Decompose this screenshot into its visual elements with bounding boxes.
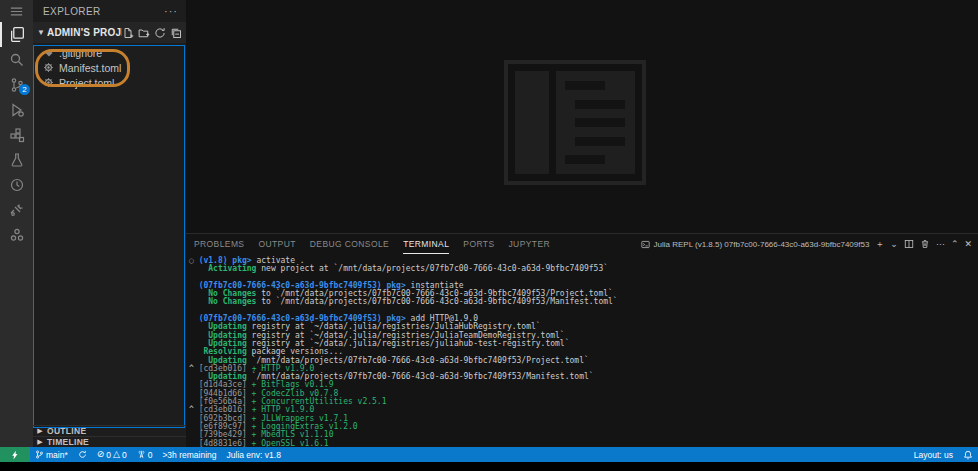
tab-ports[interactable]: PORTS	[463, 234, 494, 254]
refresh-icon[interactable]	[154, 27, 166, 39]
bottom-panel: PROBLEMS OUTPUT DEBUG CONSOLE TERMINAL P…	[186, 233, 978, 447]
watermark-right-panel	[556, 71, 635, 174]
explorer-icon[interactable]	[0, 22, 33, 47]
panel-header: PROBLEMS OUTPUT DEBUG CONSOLE TERMINAL P…	[186, 234, 978, 254]
terminal-output[interactable]: ○ (v1.8) pkg> activate . Activating new …	[186, 254, 978, 447]
time-remaining-status[interactable]: >3h remaining	[157, 450, 221, 460]
radio-tower-icon	[137, 450, 146, 459]
extensions-icon[interactable]	[0, 122, 33, 147]
tab-output[interactable]: OUTPUT	[258, 234, 295, 254]
collapse-all-icon[interactable]	[170, 27, 182, 39]
error-icon: ⊘	[97, 450, 105, 459]
remote-indicator[interactable]	[0, 447, 30, 462]
problems-status[interactable]: ⊘ 0 △ 0	[92, 450, 132, 460]
explorer-focus-border	[33, 45, 185, 428]
chevron-down-icon: ▼	[35, 28, 47, 37]
close-panel-icon[interactable]: ✕	[964, 240, 972, 249]
toml-gear-icon	[43, 62, 54, 73]
editor-area	[186, 0, 978, 233]
project-section-label: ADMIN'S PROJECT 20	[47, 27, 122, 38]
sync-icon	[78, 450, 87, 459]
tab-jupyter[interactable]: JUPYTER	[508, 234, 550, 254]
new-file-icon[interactable]	[122, 27, 134, 39]
julia-env-status[interactable]: Julia env: v1.8	[222, 450, 286, 460]
file-name: Project.toml	[59, 77, 114, 89]
explorer-title: EXPLORER	[43, 6, 101, 17]
lightning-icon	[10, 450, 20, 460]
source-control-icon[interactable]: 2	[0, 72, 33, 97]
file-row-gitignore[interactable]: .gitignore	[33, 45, 186, 60]
warning-icon: △	[113, 450, 120, 459]
file-row-manifest[interactable]: Manifest.toml	[33, 60, 186, 75]
more-actions-icon[interactable]: ···	[936, 240, 945, 249]
search-icon[interactable]	[0, 47, 33, 72]
chevron-right-icon: ▶	[35, 427, 45, 435]
git-branch-icon	[35, 450, 44, 459]
new-folder-icon[interactable]	[138, 27, 150, 39]
bell-icon	[963, 450, 973, 460]
terminal-line: No Changes to `/mnt/data/projects/07fb7c…	[189, 298, 978, 306]
activity-bar: 2	[0, 0, 33, 447]
explorer-more-icon[interactable]: ···	[164, 5, 178, 17]
terminal-line: Activating new project at `/mnt/data/pro…	[189, 265, 978, 273]
terminal-icon	[641, 240, 650, 249]
scm-badge: 2	[19, 84, 30, 95]
sync-status[interactable]	[73, 450, 92, 459]
chevron-right-icon: ▶	[35, 438, 45, 446]
file-name: Manifest.toml	[59, 62, 121, 74]
split-terminal-icon[interactable]	[904, 239, 914, 249]
file-row-project[interactable]: Project.toml	[33, 75, 186, 90]
toml-gear-icon	[43, 77, 54, 88]
watermark-left-panel	[515, 71, 549, 174]
keyboard-layout-status[interactable]: Layout: us	[909, 450, 958, 460]
vscode-window: 2 EXPLORER ···	[0, 0, 978, 471]
maximize-panel-icon[interactable]: ⌃	[951, 240, 959, 249]
tab-debug-console[interactable]: DEBUG CONSOLE	[310, 234, 389, 254]
menu-icon[interactable]	[0, 0, 33, 22]
terminal-dropdown-icon[interactable]: ⌄	[890, 240, 898, 249]
testing-beaker-icon[interactable]	[0, 147, 33, 172]
outline-section[interactable]: ▶ OUTLINE	[33, 425, 186, 436]
plug-icon[interactable]	[0, 197, 33, 222]
file-name: .gitignore	[59, 47, 102, 59]
terminal-selector[interactable]: Julia REPL (v1.8.5) 07fb7c00-7666-43c0-a…	[641, 240, 870, 249]
file-tree: .gitignore Manifest.toml Project.toml	[33, 43, 186, 90]
gitignore-file-icon	[43, 47, 54, 58]
project-section-header[interactable]: ▼ ADMIN'S PROJECT 20	[33, 22, 186, 43]
branch-status[interactable]: main*	[30, 450, 73, 460]
new-terminal-icon[interactable]: ＋	[875, 240, 884, 249]
explorer-sidebar: EXPLORER ··· ▼ ADMIN'S PROJECT 20 .gitig…	[33, 0, 186, 447]
remote-clock-icon[interactable]	[0, 172, 33, 197]
bottom-black-strip	[0, 462, 978, 471]
timeline-label: TIMELINE	[47, 437, 89, 447]
status-bar: main* ⊘ 0 △ 0 0 >3h remaining Julia env:…	[0, 447, 978, 462]
run-debug-icon[interactable]	[0, 97, 33, 122]
tab-problems[interactable]: PROBLEMS	[194, 234, 244, 254]
timeline-section[interactable]: ▶ TIMELINE	[33, 436, 186, 447]
ports-status[interactable]: 0	[132, 450, 158, 460]
notifications-bell[interactable]	[958, 450, 978, 460]
outline-label: OUTLINE	[47, 426, 86, 436]
editor-watermark-illustration	[504, 60, 646, 185]
kill-terminal-icon[interactable]	[920, 239, 930, 249]
tab-terminal[interactable]: TERMINAL	[403, 234, 449, 254]
julia-icon[interactable]	[0, 222, 33, 247]
